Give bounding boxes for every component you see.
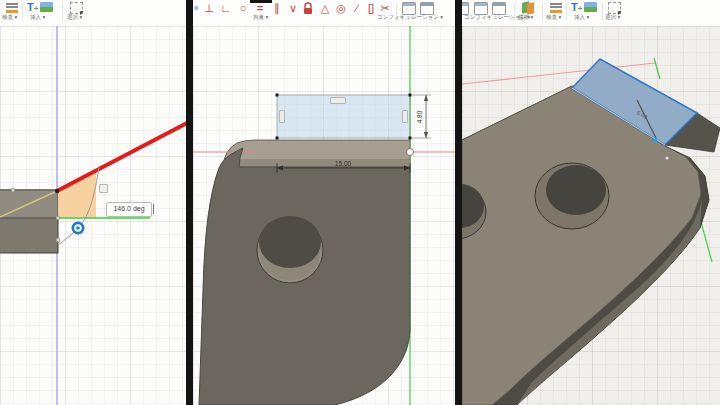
part-body-left <box>0 190 58 253</box>
part-top-strip <box>223 140 410 167</box>
dimension-type-badge <box>99 184 108 193</box>
toolbar-left: 検査 ▾ T+ 挿入 ▾ 選択 ▾ <box>0 0 186 26</box>
parallel-constraint-icon[interactable]: ∥ <box>269 2 285 15</box>
constraint-badge <box>402 110 408 123</box>
viewport-left: 146.0 deg 検査 ▾ T+ 挿入 ▾ 選択 ▾ <box>0 0 186 405</box>
horizontal-vertical-constraint-icon[interactable]: ∟ <box>218 2 234 15</box>
fix-lock-constraint-icon[interactable] <box>302 2 314 15</box>
toolbar-middle: ✦ ⊥ ∟ ○ = ∥ ∨ △ ◎ ∕ [] ✂ 拘束 ▾ コンフィギュレーショ… <box>193 0 455 26</box>
constraint-badge <box>330 97 346 104</box>
tangent-constraint-icon[interactable]: ○ <box>235 2 251 15</box>
active-sketch-line[interactable] <box>57 123 186 191</box>
construct-menu-label[interactable]: 構築 ▾ <box>518 14 533 21</box>
height-dimension-value[interactable]: 4.80 <box>416 110 423 123</box>
inspect-menu-label[interactable]: 検査 ▾ <box>2 14 17 21</box>
viewport-middle: 15.00 4.80 ✦ ⊥ ∟ ○ = ∥ ∨ <box>193 0 455 405</box>
text-cursor <box>153 204 154 214</box>
midpoint-constraint-icon[interactable]: △ <box>317 2 333 15</box>
sketch-point[interactable] <box>11 188 15 192</box>
select-menu-label[interactable]: 選択 ▾ <box>605 14 620 21</box>
viewport-right: 5.00 コンフィギュレーション ▾ 構築 ▾ 検査 ▾ T+ 挿入 ▾ 選択 … <box>462 0 720 405</box>
width-dimension-value[interactable]: 15.00 <box>335 160 352 167</box>
sketch-scene-left <box>0 0 186 405</box>
concentric-constraint-icon[interactable]: ◎ <box>333 2 349 15</box>
perpendicular-constraint-icon[interactable]: ∨ <box>285 2 301 15</box>
insert-menu-label[interactable]: 挿入 ▾ <box>574 14 589 21</box>
vertex-marker <box>666 157 669 160</box>
constraint-badge <box>279 110 285 123</box>
inspect-menu-label[interactable]: 検査 ▾ <box>546 14 561 21</box>
configuration-menu-label[interactable]: コンフィギュレーション ▾ <box>377 14 443 21</box>
sketch-scene-middle: 15.00 4.80 <box>193 0 455 405</box>
sketch-point[interactable] <box>56 216 60 220</box>
panel-divider <box>186 0 193 405</box>
sketch-point[interactable] <box>56 238 60 242</box>
part-hole <box>535 163 609 229</box>
toolbar-right: コンフィギュレーション ▾ 構築 ▾ 検査 ▾ T+ 挿入 ▾ 選択 ▾ <box>462 0 720 26</box>
part-hole <box>257 216 323 283</box>
line-start-point[interactable] <box>55 189 59 193</box>
coincident-constraint-icon[interactable]: ⊥ <box>201 2 217 15</box>
origin-point[interactable] <box>407 149 414 156</box>
insert-menu-label[interactable]: 挿入 ▾ <box>30 14 45 21</box>
panel-divider <box>455 0 462 405</box>
constraints-menu-label[interactable]: 拘束 ▾ <box>253 14 268 21</box>
selected-sketch-point[interactable] <box>72 222 85 235</box>
model-scene-right: 5.00 <box>462 0 720 405</box>
angle-dimension-input[interactable]: 146.0 deg <box>106 202 152 217</box>
select-menu-label[interactable]: 選択 ▾ <box>67 14 82 21</box>
z-axis <box>654 58 660 79</box>
triptych-stage: 146.0 deg 検査 ▾ T+ 挿入 ▾ 選択 ▾ <box>0 0 720 405</box>
